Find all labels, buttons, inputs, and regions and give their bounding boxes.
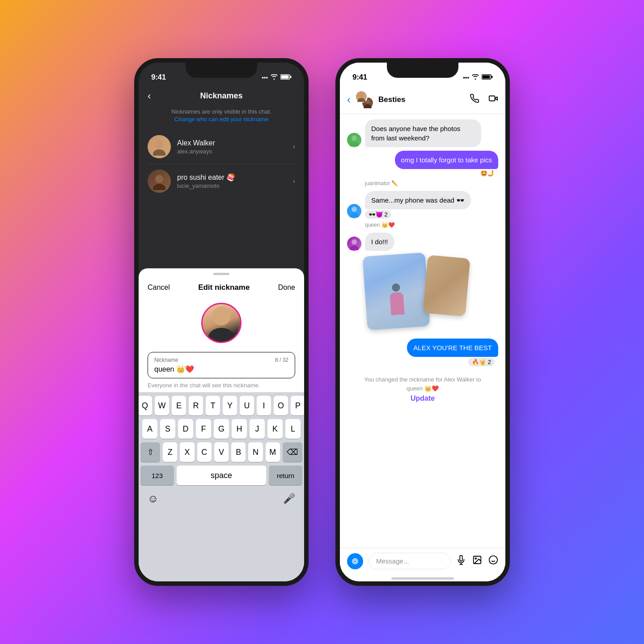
nickname-label: Nickname: [154, 357, 288, 363]
key-m[interactable]: M: [266, 442, 280, 462]
alex-info: Alex Walker alex.anyways: [177, 139, 293, 155]
key-h[interactable]: H: [232, 419, 247, 439]
phone-icon[interactable]: [470, 93, 479, 106]
nickname-value[interactable]: queen 👑❤️: [154, 365, 288, 373]
keyboard-row-1: Q W E R T Y U I O P: [140, 396, 302, 415]
alex-chevron: ›: [293, 143, 295, 151]
sticker-button[interactable]: [488, 555, 498, 568]
key-c[interactable]: C: [197, 442, 212, 462]
key-w[interactable]: W: [155, 396, 169, 415]
key-b[interactable]: B: [231, 442, 246, 462]
svg-point-20: [352, 207, 357, 212]
msg-row-best: ALEX YOU'RE THE BEST: [407, 339, 498, 357]
msg-row-3: Same...my phone was dead 🕶️ 🕶️😈 2: [347, 191, 471, 218]
key-return[interactable]: return: [269, 466, 302, 485]
system-message: You changed the nickname for Alex Walker…: [347, 370, 498, 406]
key-e[interactable]: E: [172, 396, 186, 415]
alex-name: Alex Walker: [177, 139, 293, 147]
key-u[interactable]: U: [240, 396, 254, 415]
change-link[interactable]: Change who can edit your nickname: [157, 116, 286, 123]
key-k[interactable]: K: [267, 419, 283, 439]
svg-rect-17: [489, 96, 495, 101]
key-d[interactable]: D: [178, 419, 193, 439]
battery-icon: [280, 74, 292, 81]
msg-avatar-4: [347, 237, 361, 251]
key-z[interactable]: Z: [163, 442, 177, 462]
notch: [186, 63, 257, 78]
bubble-best: ALEX YOU'RE THE BEST: [407, 339, 498, 357]
image-button[interactable]: [472, 555, 482, 568]
mic-key[interactable]: 🎤: [283, 493, 295, 504]
key-l[interactable]: L: [285, 419, 301, 439]
contact-item-lucie[interactable]: pro sushi eater 🍣 lucie_yamamoto ›: [148, 164, 295, 198]
contact-item-alex[interactable]: Alex Walker alex.anyways ›: [148, 130, 295, 164]
system-text: You changed the nickname for Alex Walker…: [356, 373, 489, 394]
key-r[interactable]: R: [189, 396, 203, 415]
backspace-key[interactable]: ⌫: [283, 442, 302, 462]
key-q[interactable]: Q: [138, 396, 152, 415]
keyboard-row-3: ⇧ Z X C V B N M ⌫: [140, 442, 302, 462]
key-o[interactable]: O: [274, 396, 288, 415]
chat-back-button[interactable]: ‹: [347, 93, 351, 106]
nickname-input-container[interactable]: Nickname queen 👑❤️ 8 / 32: [148, 352, 295, 378]
nickname-hint: Everyone in the chat will see this nickn…: [139, 378, 304, 392]
key-v[interactable]: V: [214, 442, 229, 462]
key-x[interactable]: X: [180, 442, 194, 462]
emoji-row: ☺ 🎤: [140, 489, 302, 505]
key-p[interactable]: P: [291, 396, 305, 415]
svg-rect-2: [290, 76, 292, 78]
camera-button[interactable]: [347, 553, 363, 569]
key-g[interactable]: G: [214, 419, 229, 439]
done-button[interactable]: Done: [278, 284, 295, 292]
battery-icon-right: [482, 74, 493, 81]
key-n[interactable]: N: [248, 442, 263, 462]
key-123[interactable]: 123: [140, 466, 174, 485]
bubble-text-best: ALEX YOU'RE THE BEST: [413, 344, 492, 352]
left-phone: 9:41 ▪▪▪: [134, 58, 309, 586]
signal-icon: ▪▪▪: [262, 74, 268, 81]
mic-button[interactable]: [456, 555, 466, 568]
subtitle-text: Nicknames are only visible in this chat.: [157, 108, 286, 116]
svg-point-23: [350, 246, 359, 250]
msg-avatar-3: [347, 204, 361, 218]
svg-point-4: [153, 149, 165, 156]
msg-row-4: I do!!!: [347, 233, 394, 251]
key-f[interactable]: F: [196, 419, 211, 439]
home-indicator-right: [391, 577, 454, 580]
sheet-avatar: [201, 303, 242, 343]
key-s[interactable]: S: [160, 419, 175, 439]
cancel-button[interactable]: Cancel: [148, 284, 170, 292]
svg-rect-1: [281, 75, 289, 78]
key-t[interactable]: T: [206, 396, 220, 415]
emoji-key[interactable]: ☺: [148, 492, 159, 505]
key-a[interactable]: A: [142, 419, 157, 439]
key-space[interactable]: space: [177, 466, 266, 485]
svg-point-13: [359, 93, 364, 97]
svg-rect-12: [491, 76, 493, 78]
svg-point-28: [489, 555, 497, 564]
video-icon[interactable]: [488, 93, 498, 106]
lucie-avatar: [148, 169, 171, 193]
bubble-1: Does anyone have the photos from last we…: [365, 119, 481, 147]
key-i[interactable]: I: [257, 396, 271, 415]
svg-point-22: [352, 239, 357, 245]
key-j[interactable]: J: [250, 419, 265, 439]
edit-nickname-sheet: Cancel Edit nickname Done Nickname: [139, 268, 304, 581]
chat-header: ‹ Besties: [340, 86, 505, 114]
svg-point-24: [354, 560, 356, 563]
svg-point-8: [208, 328, 235, 342]
input-action-icons: [456, 555, 498, 568]
update-link[interactable]: Update: [356, 394, 489, 402]
back-button[interactable]: ‹: [148, 90, 151, 102]
notch-right: [387, 63, 458, 78]
right-phone: 9:41 ▪▪▪: [335, 58, 510, 586]
key-y[interactable]: Y: [223, 396, 237, 415]
message-input[interactable]: Message...: [369, 553, 451, 569]
sheet-avatar-container: [139, 298, 304, 352]
bubble-3: Same...my phone was dead 🕶️: [365, 191, 471, 209]
msg-row-1: Does anyone have the photos from last we…: [347, 119, 481, 147]
nickname-counter: 8 / 32: [275, 357, 288, 363]
reaction-best: 🔥🤘 2: [468, 358, 495, 366]
svg-point-16: [364, 104, 372, 108]
shift-key[interactable]: ⇧: [140, 442, 160, 462]
